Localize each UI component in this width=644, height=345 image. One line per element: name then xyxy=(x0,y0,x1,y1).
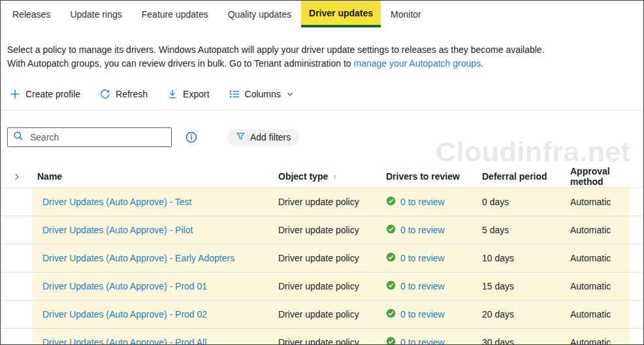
search-box[interactable] xyxy=(7,127,172,147)
deferral-period-cell: 10 days xyxy=(482,244,570,272)
row-select-area[interactable] xyxy=(1,244,32,272)
deferral-period-cell: 20 days xyxy=(482,301,570,328)
sort-ascending-icon: ↑ xyxy=(332,172,337,182)
deferral-period-cell: 5 days xyxy=(482,216,570,244)
columns-label: Columns xyxy=(245,89,281,99)
drivers-to-review-link[interactable]: 0 to review xyxy=(400,253,445,263)
approval-method-cell: Automatic xyxy=(570,301,630,328)
drivers-to-review-cell: 0 to review xyxy=(386,188,482,216)
download-icon xyxy=(167,89,178,99)
policy-name-link[interactable]: Driver Updates (Auto Approve) - Test xyxy=(42,197,192,207)
approval-method-cell: Automatic xyxy=(570,272,630,300)
chevron-down-icon xyxy=(286,90,294,98)
policy-name-link[interactable]: Driver Updates (Auto Approve) - Prod 01 xyxy=(42,281,207,291)
check-circle-icon xyxy=(386,308,396,320)
drivers-to-review-link[interactable]: 0 to review xyxy=(400,309,445,320)
table-row: Driver Updates (Auto Approve) - Early Ad… xyxy=(1,244,643,272)
policy-name-link[interactable]: Driver Updates (Auto Approve) - Prod All xyxy=(42,337,206,345)
columns-list-icon xyxy=(229,89,240,99)
tab-releases[interactable]: Releases xyxy=(12,1,60,27)
column-header-deferral-period-label: Deferral period xyxy=(482,171,547,182)
description-line-2-suffix: . xyxy=(481,58,483,69)
refresh-button[interactable]: Refresh xyxy=(100,89,148,99)
policies-table: Name Object type↑ Drivers to review Defe… xyxy=(1,165,643,345)
manage-autopatch-groups-link[interactable]: manage your Autopatch groups xyxy=(353,58,481,69)
column-header-deferral-period[interactable]: Deferral period xyxy=(482,171,570,182)
search-input[interactable] xyxy=(29,131,166,143)
drivers-to-review-cell: 0 to review xyxy=(386,301,482,328)
column-header-object-type[interactable]: Object type↑ xyxy=(278,171,386,182)
add-filters-button[interactable]: Add filters xyxy=(227,129,299,146)
policy-name-link[interactable]: Driver Updates (Auto Approve) - Early Ad… xyxy=(42,253,234,263)
export-button[interactable]: Export xyxy=(167,89,209,99)
description-line-2: With Autopatch groups, you can review dr… xyxy=(7,57,632,71)
info-icon[interactable] xyxy=(185,131,197,143)
row-select-area[interactable] xyxy=(1,301,32,328)
tab-bar: Releases Update rings Feature updates Qu… xyxy=(1,1,643,27)
driver-updates-page: Releases Update rings Feature updates Qu… xyxy=(0,0,644,345)
column-header-drivers-to-review[interactable]: Drivers to review xyxy=(386,171,482,182)
drivers-to-review-link[interactable]: 0 to review xyxy=(400,281,445,291)
drivers-to-review-cell: 0 to review xyxy=(386,272,482,300)
description-line-1: Select a policy to manage its drivers. W… xyxy=(7,43,632,57)
refresh-label: Refresh xyxy=(116,89,148,99)
row-select-area[interactable] xyxy=(1,216,32,244)
table-row: Driver Updates (Auto Approve) - Test Dri… xyxy=(1,188,643,216)
drivers-to-review-link[interactable]: 0 to review xyxy=(400,337,445,345)
column-header-name[interactable]: Name xyxy=(32,171,278,182)
columns-button[interactable]: Columns xyxy=(229,89,294,99)
column-header-approval-method-label: Approval method xyxy=(570,166,630,187)
table-row: Driver Updates (Auto Approve) - Pilot Dr… xyxy=(1,216,643,244)
drivers-to-review-link[interactable]: 0 to review xyxy=(400,225,445,235)
approval-method-cell: Automatic xyxy=(570,188,630,216)
policy-name-link[interactable]: Driver Updates (Auto Approve) - Prod 02 xyxy=(42,309,207,320)
row-select-area[interactable] xyxy=(1,329,32,345)
table-row: Driver Updates (Auto Approve) - Prod All… xyxy=(1,329,643,345)
page-description: Select a policy to manage its drivers. W… xyxy=(7,43,632,71)
check-circle-icon xyxy=(386,252,396,264)
description-line-2-text: With Autopatch groups, you can review dr… xyxy=(7,58,353,69)
expand-all-chevron-icon[interactable] xyxy=(1,172,32,181)
filter-funnel-icon xyxy=(236,131,246,143)
check-circle-icon xyxy=(386,224,396,236)
column-header-approval-method[interactable]: Approval method xyxy=(570,166,630,187)
search-icon xyxy=(13,131,24,144)
row-select-area[interactable] xyxy=(1,188,32,216)
command-bar: Create profile Refresh Export Columns xyxy=(10,86,643,102)
row-select-area[interactable] xyxy=(1,272,32,300)
object-type-cell: Driver update policy xyxy=(278,301,386,328)
plus-icon xyxy=(10,89,20,99)
object-type-cell: Driver update policy xyxy=(278,329,386,345)
tab-driver-updates[interactable]: Driver updates xyxy=(301,1,381,27)
deferral-period-cell: 30 days xyxy=(482,329,570,345)
tab-update-rings[interactable]: Update rings xyxy=(60,1,131,27)
export-label: Export xyxy=(183,89,209,99)
policy-name-link[interactable]: Driver Updates (Auto Approve) - Pilot xyxy=(42,225,193,235)
table-row: Driver Updates (Auto Approve) - Prod 01 … xyxy=(1,272,643,301)
column-header-name-label: Name xyxy=(37,171,62,182)
object-type-cell: Driver update policy xyxy=(278,188,386,216)
tab-monitor[interactable]: Monitor xyxy=(381,1,431,27)
approval-method-cell: Automatic xyxy=(570,244,630,272)
approval-method-cell: Automatic xyxy=(570,329,630,345)
table-header-row: Name Object type↑ Drivers to review Defe… xyxy=(1,165,643,188)
tab-feature-updates[interactable]: Feature updates xyxy=(132,1,218,27)
object-type-cell: Driver update policy xyxy=(278,272,386,300)
column-header-drivers-to-review-label: Drivers to review xyxy=(386,171,460,182)
toolbar-divider xyxy=(1,110,643,110)
create-profile-button[interactable]: Create profile xyxy=(10,89,80,99)
drivers-to-review-cell: 0 to review xyxy=(386,329,482,345)
deferral-period-cell: 0 days xyxy=(482,188,570,216)
column-header-object-type-label: Object type xyxy=(278,171,328,182)
create-profile-label: Create profile xyxy=(25,89,80,99)
drivers-to-review-link[interactable]: 0 to review xyxy=(400,197,445,207)
object-type-cell: Driver update policy xyxy=(278,216,386,244)
add-filters-label: Add filters xyxy=(250,132,291,142)
object-type-cell: Driver update policy xyxy=(278,244,386,272)
check-circle-icon xyxy=(386,337,396,345)
refresh-icon xyxy=(100,89,110,99)
drivers-to-review-cell: 0 to review xyxy=(386,216,482,244)
tab-quality-updates[interactable]: Quality updates xyxy=(218,1,301,27)
check-circle-icon xyxy=(386,196,396,208)
table-row: Driver Updates (Auto Approve) - Prod 02 … xyxy=(1,301,643,329)
